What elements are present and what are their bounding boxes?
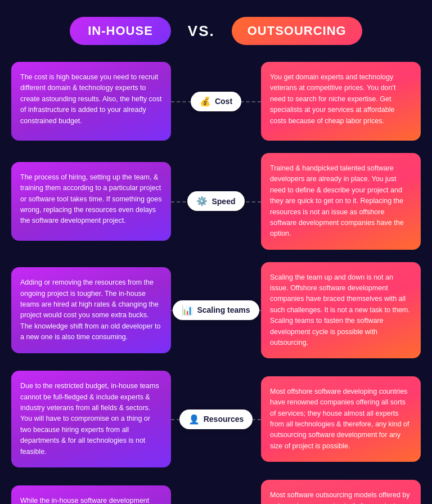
header: IN-HOUSE VS. OUTSOURCING: [11, 17, 421, 45]
left-box-speed: The process of hiring, setting up the te…: [11, 162, 171, 241]
label-text-resources: Resources: [204, 415, 244, 424]
label-pill-speed: ⚙️ Speed: [187, 191, 244, 211]
right-text-cost: You get domain experts and technology ve…: [270, 72, 412, 127]
left-box-supervision: While the in-house software development …: [11, 485, 171, 504]
center-label-speed: ⚙️ Speed: [171, 191, 261, 211]
label-text-cost: Cost: [215, 97, 232, 106]
left-text-supervision: While the in-house software development …: [20, 496, 162, 504]
vs-label: VS.: [171, 22, 232, 40]
right-box-cost: You get domain experts and technology ve…: [261, 62, 421, 141]
center-label-cost: 💰 Cost: [171, 92, 261, 111]
left-text-scaling: Adding or removing the resources from th…: [20, 277, 162, 343]
label-pill-resources: 👤 Resources: [179, 410, 253, 429]
row-speed: The process of hiring, setting up the te…: [11, 153, 421, 250]
left-text-speed: The process of hiring, setting up the te…: [20, 172, 162, 227]
left-box-cost: The cost is high because you need to rec…: [11, 62, 171, 141]
label-text-scaling: Scaling teams: [197, 305, 250, 314]
right-box-scaling: Scaling the team up and down is not an i…: [261, 262, 421, 359]
outsourcing-label: OUTSOURCING: [232, 17, 362, 45]
left-box-scaling: Adding or removing the resources from th…: [11, 267, 171, 353]
label-pill-cost: 💰 Cost: [191, 92, 241, 111]
row-scaling: Adding or removing the resources from th…: [11, 262, 421, 359]
icon-resources: 👤: [188, 414, 200, 425]
center-label-resources: 👤 Resources: [171, 410, 261, 429]
icon-cost: 💰: [200, 96, 211, 107]
right-text-resources: Most offshore software developing countr…: [270, 386, 412, 452]
right-text-speed: Trained & handpicked talented software d…: [270, 163, 412, 240]
center-label-scaling: 📊 Scaling teams: [171, 300, 261, 320]
right-box-supervision: Most software outsourcing models offered…: [261, 480, 421, 504]
row-supervision: While the in-house software development …: [11, 480, 421, 504]
left-text-cost: The cost is high because you need to rec…: [20, 72, 162, 127]
page-container: IN-HOUSE VS. OUTSOURCING The cost is hig…: [0, 0, 432, 504]
label-text-speed: Speed: [212, 197, 235, 206]
icon-speed: ⚙️: [196, 196, 208, 206]
right-box-resources: Most offshore software developing countr…: [261, 376, 421, 462]
right-text-supervision: Most software outsourcing models offered…: [270, 490, 412, 504]
row-resources: Due to the restricted budget, in-house t…: [11, 371, 421, 467]
label-pill-scaling: 📊 Scaling teams: [173, 300, 259, 320]
right-box-speed: Trained & handpicked talented software d…: [261, 153, 421, 250]
row-cost: The cost is high because you need to rec…: [11, 62, 421, 141]
inhouse-label: IN-HOUSE: [70, 17, 171, 45]
icon-scaling: 📊: [182, 305, 193, 316]
right-text-scaling: Scaling the team up and down is not an i…: [270, 272, 412, 349]
comparison-rows: The cost is high because you need to rec…: [11, 62, 421, 504]
left-box-resources: Due to the restricted budget, in-house t…: [11, 371, 171, 467]
left-text-resources: Due to the restricted budget, in-house t…: [20, 381, 162, 457]
